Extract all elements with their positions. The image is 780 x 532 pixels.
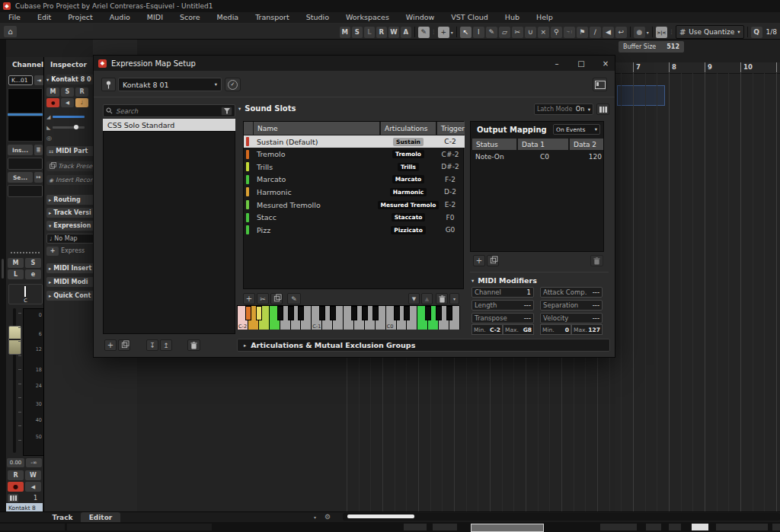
inserts-slot[interactable] [8, 158, 43, 170]
channel-mute-button[interactable]: M [8, 258, 24, 268]
pan-slider[interactable] [53, 126, 85, 129]
channel-listen-button[interactable]: L [8, 269, 24, 279]
slot-color-swatch[interactable] [246, 213, 249, 222]
sound-slots-header[interactable]: ▾ Sound Slots [238, 104, 296, 113]
key-F#0[interactable] [425, 306, 431, 320]
map-list-item[interactable]: CSS Solo Standard [103, 119, 235, 131]
menu-score[interactable]: Score [171, 12, 209, 23]
midi-channel-value[interactable]: 1 [34, 495, 37, 502]
output-mode-dropdown[interactable]: On Events ▾ [553, 124, 600, 135]
inspector-tab[interactable]: Inspector [50, 61, 87, 68]
close-button[interactable]: × [601, 59, 610, 68]
articulations-column-header[interactable]: Articulations [381, 122, 436, 135]
global-r-button[interactable]: R [376, 27, 387, 38]
inserts-icon-button[interactable]: ≣ [34, 145, 43, 155]
move-slot-up-button[interactable]: ▲ [421, 293, 433, 304]
slot-name[interactable]: Sustain (Default) [257, 138, 318, 146]
volume-slider[interactable] [53, 116, 85, 118]
menu-vst-cloud[interactable]: VST Cloud [443, 12, 497, 23]
timeline-ruler[interactable]: 78910 [615, 62, 780, 74]
sound-slot-row[interactable]: StaccStaccatoF0 [244, 212, 465, 224]
map-search-input[interactable]: Search [103, 104, 235, 117]
data1-column-header[interactable]: Data 1 [518, 139, 568, 150]
project-home-button[interactable]: ⌂ [4, 26, 17, 37]
slot-name[interactable]: Tremolo [257, 150, 285, 158]
key-C#-2[interactable] [245, 306, 251, 320]
inspector-pan-row[interactable]: ◢ [46, 123, 93, 132]
inspector-quantize-button[interactable]: ♩ [75, 98, 88, 107]
key-G#0[interactable] [436, 306, 442, 320]
apply-map-button[interactable]: ✓ [225, 78, 241, 91]
meter-readout[interactable]: -∞ [26, 458, 42, 467]
slot-trigger[interactable]: D-2 [437, 188, 463, 196]
color-menu-arrow[interactable]: ▾ [647, 30, 649, 35]
slot-name[interactable]: Marcato [257, 175, 286, 183]
slot-name[interactable]: Trills [257, 163, 273, 171]
comp-tool-button[interactable]: ⚑ [577, 27, 588, 38]
slot-articulation[interactable]: Staccato [381, 213, 436, 221]
channel-solo-button[interactable]: S [25, 258, 41, 268]
slot-color-swatch[interactable] [246, 200, 249, 209]
channel-track-name[interactable]: K...01 [8, 75, 33, 85]
global-l-button[interactable]: L [364, 27, 375, 38]
menu-media[interactable]: Media [209, 12, 248, 23]
slot-name[interactable]: Stacc [257, 213, 277, 221]
global-m-button[interactable]: M [340, 27, 350, 38]
menu-help[interactable]: Help [528, 12, 561, 23]
inspector-mute-button[interactable]: M [46, 88, 59, 97]
track-tab[interactable]: Track [46, 512, 79, 522]
remote-keys-button[interactable] [596, 104, 609, 115]
editor-settings-gear[interactable]: ⚙ [324, 513, 331, 521]
menu-studio[interactable]: Studio [298, 12, 337, 23]
slot-trigger[interactable]: F-2 [437, 176, 463, 183]
feedback-tool-button[interactable]: ↩ [615, 27, 627, 38]
slot-articulation[interactable]: Harmonic [381, 188, 436, 196]
expression-section[interactable]: ▾ Expression [46, 221, 93, 231]
sound-slot-row[interactable]: Sustain (Default)SustainC-2 [244, 135, 465, 148]
add-map-button[interactable]: + [104, 339, 117, 351]
key-G#-2[interactable] [288, 306, 294, 320]
slot-color-swatch[interactable] [246, 150, 249, 159]
pan-control[interactable]: C [8, 284, 43, 304]
pin-button[interactable] [101, 78, 116, 91]
map-selector-dropdown[interactable]: Kontakt 8 01 ▾ [118, 78, 222, 91]
pan-slider-handle[interactable] [74, 125, 78, 129]
slot-color-swatch[interactable] [246, 175, 249, 184]
auto-scroll-button[interactable]: + [438, 27, 449, 38]
color-menu-button[interactable]: ● [634, 27, 645, 38]
key-A#-2[interactable] [298, 306, 304, 320]
channel-tab[interactable]: Channel [12, 61, 43, 68]
load-map-button[interactable]: ↧ [146, 339, 158, 351]
horizontal-scrollbar[interactable] [343, 513, 780, 521]
delete-output-event-button[interactable] [590, 255, 603, 266]
menu-audio[interactable]: Audio [101, 12, 139, 23]
inserts-button[interactable]: Ins... [8, 145, 33, 155]
key-F#-1[interactable] [351, 306, 357, 320]
key-F#-2[interactable] [277, 306, 283, 320]
slot-name[interactable]: Mesured Tremollo [257, 201, 321, 209]
maximize-button[interactable]: □ [577, 59, 586, 68]
slot-trigger[interactable]: C-2 [437, 138, 463, 145]
latch-mode-control[interactable]: Latch Mode On ▾ [534, 104, 593, 115]
sound-slot-row[interactable]: TremoloTremoloC#-2 [244, 148, 465, 161]
key-C#0[interactable] [394, 306, 400, 320]
insert-record-button[interactable]: ◉ Insert Record [46, 175, 93, 185]
sound-slot-row[interactable]: HarmonicHarmonicD-2 [244, 186, 465, 198]
data2-column-header[interactable]: Data 2 [570, 139, 603, 150]
left-scrollbar-thumb[interactable] [2, 259, 4, 279]
add-output-event-button[interactable]: + [473, 255, 485, 266]
transpose-field[interactable]: Transpose --- [472, 313, 534, 323]
sound-slot-row[interactable]: PizzPizzicatoG0 [244, 224, 465, 236]
volume-readout[interactable]: 0.00 [7, 458, 24, 467]
quick-controls-section[interactable]: ▸ Quick Cont [46, 291, 93, 301]
range-selection-tool-button[interactable]: I [473, 27, 484, 38]
sends-slot[interactable] [8, 185, 43, 197]
mute-tool-button[interactable]: × [538, 27, 549, 38]
sends-button[interactable]: Se... [8, 172, 33, 183]
slot-trigger[interactable]: F0 [437, 214, 463, 221]
midi-modifiers-header[interactable]: ▾ MIDI Modifiers [472, 276, 537, 285]
slot-color-swatch[interactable] [246, 162, 249, 171]
horizontal-scrollbar-thumb[interactable] [347, 514, 414, 518]
filter-button[interactable] [221, 107, 232, 116]
audition-tool-button[interactable]: ◀ [603, 27, 614, 38]
